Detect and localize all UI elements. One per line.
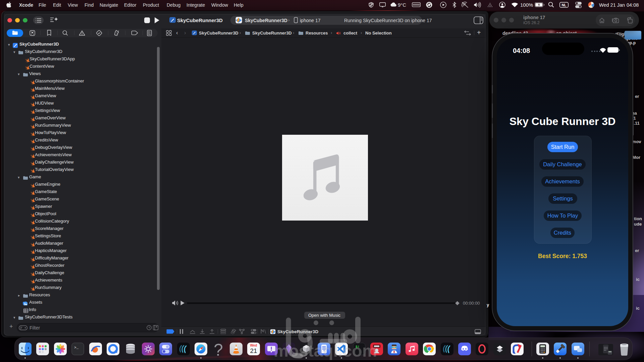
svg-text:NL: NL: [562, 3, 567, 7]
svg-text:Wed: Wed: [250, 344, 257, 347]
svg-text:$!: $!: [356, 345, 360, 349]
svg-text:21: 21: [250, 347, 257, 354]
svg-text:>_: >_: [74, 346, 79, 350]
